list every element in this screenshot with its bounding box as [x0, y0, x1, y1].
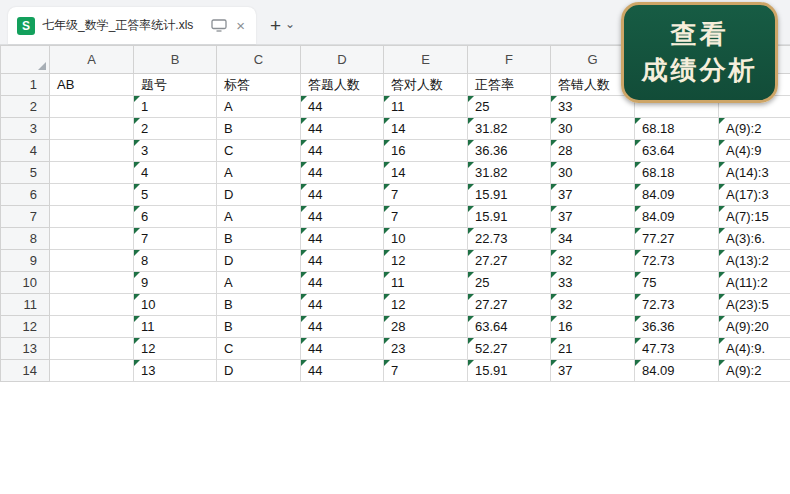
cell[interactable]: 33 [551, 96, 635, 118]
cell[interactable]: A(11):2 [719, 272, 790, 294]
chevron-down-icon[interactable]: ⌄ [285, 18, 295, 30]
column-header-C[interactable]: C [217, 46, 301, 74]
cell[interactable]: 44 [301, 184, 384, 206]
cell[interactable]: 28 [384, 316, 468, 338]
cell[interactable]: A(4):9 [719, 140, 790, 162]
cell[interactable]: 12 [384, 250, 468, 272]
cell[interactable] [50, 162, 134, 184]
cell[interactable]: 44 [301, 206, 384, 228]
cell[interactable]: AB [50, 74, 134, 96]
cell[interactable]: 84.09 [635, 206, 719, 228]
cell[interactable]: 5 [134, 184, 217, 206]
cell[interactable]: 15.91 [468, 206, 551, 228]
row-header[interactable]: 12 [1, 316, 50, 338]
row-header[interactable]: 14 [1, 360, 50, 382]
cell[interactable]: 63.64 [468, 316, 551, 338]
document-tab[interactable]: S 七年级_数学_正答率统计.xls × [8, 7, 256, 44]
column-header-F[interactable]: F [468, 46, 551, 74]
cell[interactable]: 84.09 [635, 184, 719, 206]
cell[interactable]: 10 [384, 228, 468, 250]
cell[interactable]: D [217, 184, 301, 206]
row-header[interactable]: 3 [1, 118, 50, 140]
cell[interactable]: 23 [384, 338, 468, 360]
column-header-A[interactable]: A [50, 46, 134, 74]
cell[interactable]: A [217, 96, 301, 118]
cell[interactable]: 28 [551, 140, 635, 162]
cell[interactable]: 72.73 [635, 250, 719, 272]
cell[interactable] [50, 338, 134, 360]
cell[interactable]: A(9):20 [719, 316, 790, 338]
cell[interactable]: 标答 [217, 74, 301, 96]
cell[interactable]: 44 [301, 316, 384, 338]
cell[interactable]: 7 [134, 228, 217, 250]
cell[interactable]: 52.27 [468, 338, 551, 360]
cell[interactable]: B [217, 118, 301, 140]
close-tab-icon[interactable]: × [234, 18, 247, 33]
cell[interactable]: 11 [134, 316, 217, 338]
cell[interactable]: 37 [551, 184, 635, 206]
cell[interactable]: 16 [384, 140, 468, 162]
cell[interactable]: 77.27 [635, 228, 719, 250]
cell[interactable]: A [217, 206, 301, 228]
cell[interactable]: 12 [384, 294, 468, 316]
cell[interactable]: 36.36 [635, 316, 719, 338]
cell[interactable]: 正答率 [468, 74, 551, 96]
cell[interactable] [50, 184, 134, 206]
cell[interactable]: 25 [468, 96, 551, 118]
cell[interactable]: A [217, 162, 301, 184]
cell[interactable]: 32 [551, 250, 635, 272]
cell[interactable]: D [217, 250, 301, 272]
cell[interactable]: 11 [384, 272, 468, 294]
cell[interactable]: 31.82 [468, 162, 551, 184]
column-header-B[interactable]: B [134, 46, 217, 74]
cell[interactable]: 75 [635, 272, 719, 294]
cell[interactable] [50, 360, 134, 382]
row-header[interactable]: 6 [1, 184, 50, 206]
cell[interactable]: A(3):6. [719, 228, 790, 250]
cell[interactable]: 30 [551, 162, 635, 184]
cell[interactable]: C [217, 338, 301, 360]
cell[interactable]: A(7):15 [719, 206, 790, 228]
row-header[interactable]: 9 [1, 250, 50, 272]
select-all-corner[interactable] [1, 46, 50, 74]
cell[interactable]: 7 [384, 206, 468, 228]
row-header[interactable]: 10 [1, 272, 50, 294]
cell[interactable]: A(17):3 [719, 184, 790, 206]
cell[interactable]: 题号 [134, 74, 217, 96]
monitor-icon[interactable] [211, 19, 227, 32]
row-header[interactable]: 2 [1, 96, 50, 118]
cell[interactable] [50, 228, 134, 250]
new-tab-button[interactable]: + [270, 16, 281, 35]
cell[interactable]: 84.09 [635, 360, 719, 382]
row-header[interactable]: 5 [1, 162, 50, 184]
cell[interactable]: 27.27 [468, 294, 551, 316]
cell[interactable]: 15.91 [468, 184, 551, 206]
cell[interactable] [50, 140, 134, 162]
cell[interactable] [50, 250, 134, 272]
cell[interactable]: 44 [301, 96, 384, 118]
cell[interactable]: 2 [134, 118, 217, 140]
column-header-E[interactable]: E [384, 46, 468, 74]
cell[interactable]: 9 [134, 272, 217, 294]
cell[interactable]: 7 [384, 360, 468, 382]
cell[interactable]: 33 [551, 272, 635, 294]
cell[interactable]: 16 [551, 316, 635, 338]
cell[interactable]: 72.73 [635, 294, 719, 316]
cell[interactable] [50, 96, 134, 118]
cell[interactable]: A(9):2 [719, 118, 790, 140]
cell[interactable]: 25 [468, 272, 551, 294]
cell[interactable]: A(13):2 [719, 250, 790, 272]
cell[interactable]: 10 [134, 294, 217, 316]
cell[interactable]: 13 [134, 360, 217, 382]
cell[interactable]: 34 [551, 228, 635, 250]
cell[interactable] [50, 316, 134, 338]
cell[interactable]: 44 [301, 118, 384, 140]
cell[interactable]: 37 [551, 360, 635, 382]
score-analysis-badge[interactable]: 查看 成绩分析 [621, 2, 778, 103]
cell[interactable]: B [217, 228, 301, 250]
cell[interactable] [50, 294, 134, 316]
cell[interactable]: 7 [384, 184, 468, 206]
cell[interactable]: 36.36 [468, 140, 551, 162]
cell[interactable]: D [217, 360, 301, 382]
cell[interactable]: A(23):5 [719, 294, 790, 316]
